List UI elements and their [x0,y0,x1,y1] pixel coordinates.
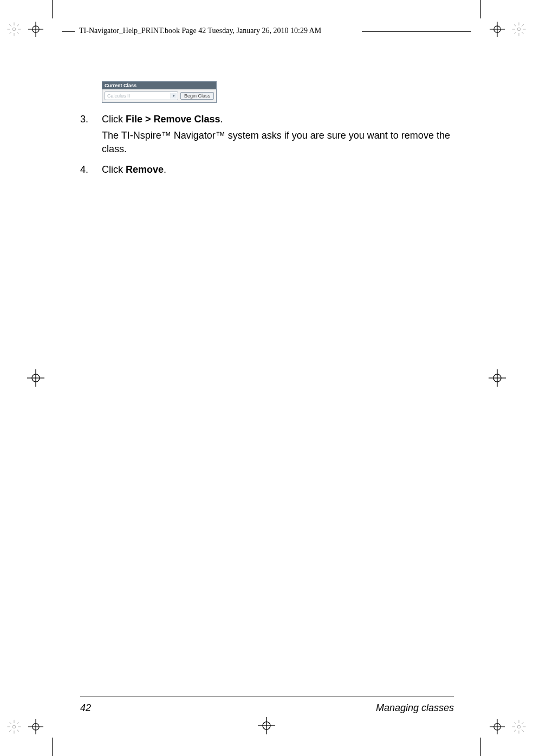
svg-line-26 [9,729,11,732]
step-bold: Remove [126,164,164,175]
page-number: 42 [80,702,91,714]
step-prefix: Click [102,114,126,125]
svg-line-15 [522,32,524,34]
sunburst-icon [6,22,22,37]
step-prefix: Click [102,164,126,175]
svg-line-7 [17,24,19,27]
step-suffix: . [164,164,166,175]
svg-point-18 [12,725,16,728]
registration-mark-icon [490,22,505,37]
registration-mark-icon [27,369,44,387]
step-number: 4. [80,163,102,176]
class-select-value: Calculus II [107,93,130,99]
svg-line-35 [514,729,516,732]
registration-mark-icon [28,719,43,734]
page: TI-Navigator_Help_PRINT.book Page 42 Tue… [0,0,533,756]
step-bold: File > Remove Class [126,114,220,125]
svg-line-16 [522,24,524,27]
svg-point-9 [517,28,521,31]
class-select[interactable]: Calculus II ▾ [105,92,178,100]
footer: 42 Managing classes [80,702,454,714]
footer-rule [80,696,454,696]
step-3: 3. Click File > Remove Class. [80,113,454,126]
svg-point-0 [12,28,16,31]
sunburst-icon [511,22,526,37]
svg-line-34 [522,722,524,724]
step-text: Click Remove. [102,163,454,176]
trim-line [480,738,481,756]
step-4: 4. Click Remove. [80,163,454,176]
chevron-down-icon: ▾ [171,93,177,99]
svg-point-27 [517,725,521,728]
svg-line-25 [17,722,19,724]
registration-mark-icon [258,717,275,734]
trim-line [52,0,53,18]
svg-line-33 [522,729,524,732]
running-head: TI-Navigator_Help_PRINT.book Page 42 Tue… [79,27,321,35]
registration-mark-icon [28,22,43,37]
trim-line [480,0,481,18]
svg-line-24 [17,729,19,732]
registration-mark-icon [489,369,506,387]
svg-line-5 [9,24,11,27]
sunburst-icon [6,719,22,734]
current-class-body: Calculus II ▾ Begin Class [102,89,216,102]
current-class-title: Current Class [102,82,216,89]
sunburst-icon [511,719,526,734]
step-number: 3. [80,113,102,126]
section-title: Managing classes [376,702,454,714]
trim-line [52,738,53,756]
content-area: Current Class Calculus II ▾ Begin Class … [80,81,454,179]
step-3-sub: The TI-Nspire™ Navigator™ system asks if… [102,129,454,155]
svg-line-32 [514,722,516,724]
current-class-panel: Current Class Calculus II ▾ Begin Class [102,81,217,103]
registration-mark-icon [490,719,505,734]
step-text: Click File > Remove Class. [102,113,454,126]
svg-line-23 [9,722,11,724]
svg-line-14 [514,24,516,27]
svg-line-6 [17,32,19,34]
svg-line-17 [514,32,516,34]
begin-class-button[interactable]: Begin Class [180,92,214,100]
step-suffix: . [220,114,223,125]
svg-line-8 [9,32,11,34]
